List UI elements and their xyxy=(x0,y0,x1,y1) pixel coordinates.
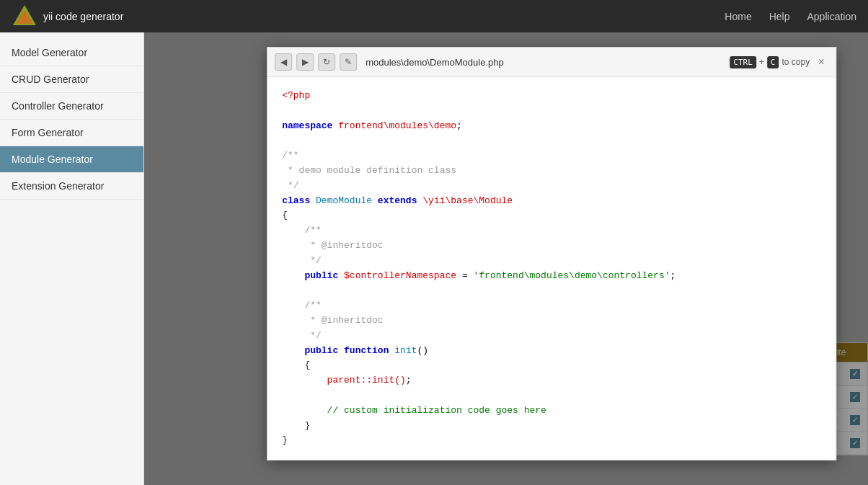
top-nav: yii code generator Home Help Application xyxy=(0,0,868,32)
sidebar: Model Generator CRUD Generator Controlle… xyxy=(0,32,144,485)
file-path: modules\demo\DemoModule.php xyxy=(361,57,725,68)
nav-application[interactable]: Application xyxy=(807,11,857,22)
code-line: * @inheritdoc xyxy=(282,313,821,329)
code-line xyxy=(282,133,821,148)
code-line: { xyxy=(282,358,821,373)
yii-logo-icon xyxy=(12,4,37,30)
code-line: parent::init(); xyxy=(282,373,821,388)
code-line: */ xyxy=(282,254,821,269)
code-line: // custom initialization code goes here xyxy=(282,404,821,419)
main-layout: Model Generator CRUD Generator Controlle… xyxy=(0,32,868,485)
ctrl-key-label: CTRL xyxy=(730,56,756,68)
code-line xyxy=(282,104,821,119)
content-area: ✓ Unchanged ✓ Overwrite Action ✓ create … xyxy=(144,32,868,485)
code-line: * demo module definition class xyxy=(282,164,821,179)
code-line: namespace frontend\modules\demo; xyxy=(282,119,821,134)
code-line: } xyxy=(282,433,821,448)
sidebar-item-form-generator[interactable]: Form Generator xyxy=(0,120,143,146)
c-key-label: C xyxy=(767,56,779,68)
forward-button[interactable]: ▶ xyxy=(296,53,314,71)
code-line: * @inheritdoc xyxy=(282,239,821,254)
code-line: /** xyxy=(282,148,821,164)
code-line: */ xyxy=(282,179,821,194)
modal-close-button[interactable]: × xyxy=(814,55,828,69)
edit-button[interactable]: ✎ xyxy=(340,53,357,71)
sidebar-item-model-generator[interactable]: Model Generator xyxy=(0,40,143,66)
sidebar-item-controller-generator[interactable]: Controller Generator xyxy=(0,93,143,120)
sidebar-item-extension-generator[interactable]: Extension Generator xyxy=(0,173,143,200)
app-title: yii code generator xyxy=(43,11,123,22)
nav-links: Home Help Application xyxy=(725,11,856,22)
nav-help[interactable]: Help xyxy=(769,11,790,22)
refresh-button[interactable]: ↻ xyxy=(318,53,335,71)
code-preview-modal: ◀ ▶ ↻ ✎ modules\demo\DemoModule.php CTRL… xyxy=(267,47,836,460)
code-line: public function init() xyxy=(282,344,821,359)
code-line: } xyxy=(282,419,821,434)
copy-hint: CTRL + C to copy xyxy=(730,56,810,68)
copy-text: to copy xyxy=(781,57,810,67)
code-line: public $controllerNamespace = 'frontend\… xyxy=(282,269,821,284)
code-line xyxy=(282,388,821,404)
code-display: <?php namespace frontend\modules\demo; /… xyxy=(267,77,836,460)
code-line: */ xyxy=(282,329,821,344)
code-line: /** xyxy=(282,298,821,313)
plus-sign: + xyxy=(759,57,764,67)
sidebar-item-module-generator[interactable]: Module Generator xyxy=(0,146,143,173)
code-line: class DemoModule extends \yii\base\Modul… xyxy=(282,194,821,209)
code-line xyxy=(282,283,821,298)
code-line: /** xyxy=(282,223,821,239)
code-line: <?php xyxy=(282,89,821,104)
modal-toolbar: ◀ ▶ ↻ ✎ modules\demo\DemoModule.php CTRL… xyxy=(267,48,836,77)
code-line: { xyxy=(282,208,821,223)
back-button[interactable]: ◀ xyxy=(275,53,292,71)
sidebar-item-crud-generator[interactable]: CRUD Generator xyxy=(0,66,143,93)
nav-home[interactable]: Home xyxy=(725,11,751,22)
logo-area: yii code generator xyxy=(12,4,123,30)
